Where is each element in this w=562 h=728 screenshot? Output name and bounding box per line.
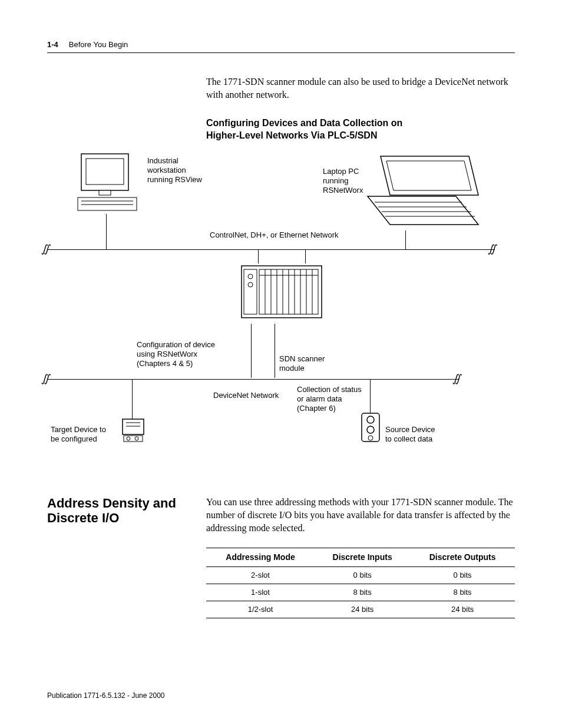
svg-point-33 bbox=[135, 437, 138, 440]
svg-point-35 bbox=[367, 416, 374, 423]
table-row: 1/2-slot 24 bits 24 bits bbox=[206, 601, 515, 618]
network-diagram: Industrial workstation running RSView La… bbox=[40, 148, 522, 466]
figure-title: Configuring Devices and Data Collection … bbox=[206, 117, 513, 142]
upper-network-line bbox=[47, 249, 495, 250]
target-device-label: Target Device to be configured bbox=[51, 425, 106, 444]
config-note-label: Configuration of device using RSNetWorx … bbox=[137, 340, 215, 369]
figure-title-line2: Higher-Level Networks Via PLC-5/SDN bbox=[206, 130, 377, 140]
svg-rect-3 bbox=[78, 197, 137, 210]
source-device-icon bbox=[361, 412, 381, 443]
source-device-label: Source Device to collect data bbox=[385, 425, 435, 444]
drop-left bbox=[106, 214, 107, 249]
section-paragraph: You can use three addressing methods wit… bbox=[206, 496, 515, 535]
section-address-density: Address Density and Discrete I/O You can… bbox=[47, 496, 515, 618]
th-mode: Addressing Mode bbox=[206, 548, 315, 567]
lower-network-line bbox=[47, 379, 459, 380]
plc-rack-icon bbox=[240, 262, 323, 324]
table-row: 1-slot 8 bits 8 bits bbox=[206, 584, 515, 601]
svg-rect-2 bbox=[99, 190, 111, 195]
svg-marker-8 bbox=[368, 196, 478, 225]
chapter-title: Before You Begin bbox=[69, 40, 128, 49]
page: 1-4 Before You Begin The 1771-SDN scanne… bbox=[0, 0, 562, 728]
lower-network-label: DeviceNet Network bbox=[213, 391, 279, 400]
svg-point-16 bbox=[248, 282, 253, 287]
sdn-module-label: SDN scanner module bbox=[279, 354, 325, 374]
laptop-icon bbox=[363, 154, 481, 230]
th-outputs: Discrete Outputs bbox=[410, 548, 515, 567]
header-rule bbox=[47, 52, 515, 53]
target-device-icon bbox=[121, 417, 145, 443]
workstation-label: Industrial workstation running RSView bbox=[147, 156, 202, 185]
upper-network-label: ControlNet, DH+, or Ethernet Network bbox=[210, 230, 339, 240]
svg-rect-1 bbox=[86, 159, 124, 185]
table-header-row: Addressing Mode Discrete Inputs Discrete… bbox=[206, 548, 515, 567]
th-inputs: Discrete Inputs bbox=[315, 548, 410, 567]
svg-point-15 bbox=[248, 274, 253, 279]
workstation-icon bbox=[75, 151, 140, 216]
section-body: You can use three addressing methods wit… bbox=[206, 496, 515, 618]
running-header: 1-4 Before You Begin bbox=[47, 40, 515, 49]
publication-footer: Publication 1771-6.5.132 - June 2000 bbox=[47, 691, 164, 700]
svg-marker-7 bbox=[386, 161, 471, 190]
status-note-label: Collection of status or alarm data (Chap… bbox=[297, 385, 362, 414]
addressing-table: Addressing Mode Discrete Inputs Discrete… bbox=[206, 548, 515, 618]
svg-rect-28 bbox=[123, 419, 144, 434]
section-heading: Address Density and Discrete I/O bbox=[47, 496, 183, 618]
intro-paragraph: The 1771-SDN scanner module can also be … bbox=[206, 75, 513, 101]
page-number: 1-4 bbox=[47, 40, 58, 49]
figure-title-line1: Configuring Devices and Data Collection … bbox=[206, 118, 402, 128]
svg-point-36 bbox=[367, 426, 374, 433]
laptop-label: Laptop PC running RSNetWorx bbox=[323, 167, 363, 196]
table-row: 2-slot 0 bits 0 bits bbox=[206, 567, 515, 584]
svg-point-37 bbox=[368, 436, 373, 440]
drop-right bbox=[405, 230, 406, 249]
svg-point-32 bbox=[127, 437, 130, 440]
